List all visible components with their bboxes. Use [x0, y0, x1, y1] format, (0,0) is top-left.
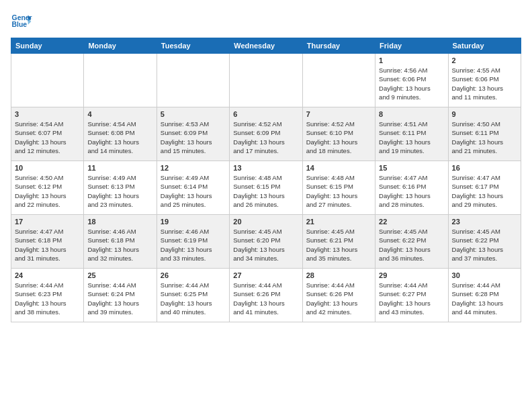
day-number: 24 — [15, 271, 80, 279]
calendar-week-row: 3Sunrise: 4:54 AMSunset: 6:07 PMDaylight… — [11, 107, 521, 161]
day-info: Sunrise: 4:50 AMSunset: 6:11 PMDaylight:… — [452, 120, 517, 155]
calendar-cell: 14Sunrise: 4:48 AMSunset: 6:15 PMDayligh… — [302, 161, 375, 215]
calendar-cell: 18Sunrise: 4:46 AMSunset: 6:18 PMDayligh… — [84, 215, 157, 269]
calendar-cell: 17Sunrise: 4:47 AMSunset: 6:18 PMDayligh… — [11, 215, 84, 269]
day-number: 16 — [452, 164, 517, 172]
day-number: 2 — [452, 56, 517, 64]
calendar-week-row: 17Sunrise: 4:47 AMSunset: 6:18 PMDayligh… — [11, 215, 521, 269]
day-header-friday: Friday — [375, 38, 448, 54]
calendar-cell: 22Sunrise: 4:45 AMSunset: 6:22 PMDayligh… — [375, 215, 448, 269]
day-info: Sunrise: 4:44 AMSunset: 6:28 PMDaylight:… — [452, 281, 517, 316]
calendar-cell: 21Sunrise: 4:45 AMSunset: 6:21 PMDayligh… — [302, 215, 375, 269]
day-info: Sunrise: 4:44 AMSunset: 6:25 PMDaylight:… — [161, 281, 226, 316]
svg-text:Blue: Blue — [12, 21, 28, 28]
calendar-cell: 16Sunrise: 4:47 AMSunset: 6:17 PMDayligh… — [448, 161, 521, 215]
calendar-cell — [302, 54, 375, 107]
day-number: 20 — [233, 218, 298, 226]
calendar-cell: 12Sunrise: 4:49 AMSunset: 6:14 PMDayligh… — [157, 161, 229, 215]
day-number: 22 — [379, 218, 444, 226]
day-number: 15 — [379, 164, 444, 172]
calendar-cell: 5Sunrise: 4:53 AMSunset: 6:09 PMDaylight… — [157, 107, 229, 161]
calendar-cell: 29Sunrise: 4:44 AMSunset: 6:27 PMDayligh… — [375, 269, 448, 322]
calendar-cell: 11Sunrise: 4:49 AMSunset: 6:13 PMDayligh… — [84, 161, 157, 215]
day-header-wednesday: Wednesday — [230, 38, 302, 54]
day-number: 25 — [87, 271, 152, 279]
calendar-cell: 4Sunrise: 4:54 AMSunset: 6:08 PMDaylight… — [84, 107, 157, 161]
day-info: Sunrise: 4:44 AMSunset: 6:26 PMDaylight:… — [233, 281, 298, 316]
day-info: Sunrise: 4:44 AMSunset: 6:27 PMDaylight:… — [379, 281, 444, 316]
calendar-cell: 15Sunrise: 4:47 AMSunset: 6:16 PMDayligh… — [375, 161, 448, 215]
calendar-week-row: 1Sunrise: 4:56 AMSunset: 6:06 PMDaylight… — [11, 54, 521, 107]
day-info: Sunrise: 4:54 AMSunset: 6:08 PMDaylight:… — [87, 120, 152, 155]
calendar-cell: 23Sunrise: 4:45 AMSunset: 6:22 PMDayligh… — [448, 215, 521, 269]
day-number: 26 — [161, 271, 226, 279]
day-info: Sunrise: 4:48 AMSunset: 6:15 PMDaylight:… — [306, 173, 371, 209]
calendar-cell — [157, 54, 229, 107]
calendar-cell: 13Sunrise: 4:48 AMSunset: 6:15 PMDayligh… — [230, 161, 302, 215]
day-info: Sunrise: 4:45 AMSunset: 6:20 PMDaylight:… — [233, 227, 298, 263]
day-number: 30 — [452, 271, 517, 279]
day-number: 12 — [161, 164, 226, 172]
logo: General Blue — [11, 11, 32, 32]
day-info: Sunrise: 4:47 AMSunset: 6:16 PMDaylight:… — [379, 173, 444, 209]
day-number: 13 — [233, 164, 298, 172]
calendar-header-row: SundayMondayTuesdayWednesdayThursdayFrid… — [11, 38, 521, 54]
calendar-cell: 24Sunrise: 4:44 AMSunset: 6:23 PMDayligh… — [11, 269, 84, 322]
day-number: 28 — [306, 271, 371, 279]
day-number: 7 — [306, 110, 371, 118]
calendar-cell: 6Sunrise: 4:52 AMSunset: 6:09 PMDaylight… — [230, 107, 302, 161]
day-info: Sunrise: 4:54 AMSunset: 6:07 PMDaylight:… — [15, 120, 80, 155]
day-number: 18 — [87, 218, 152, 226]
calendar-cell: 2Sunrise: 4:55 AMSunset: 6:06 PMDaylight… — [448, 54, 521, 107]
calendar-cell: 9Sunrise: 4:50 AMSunset: 6:11 PMDaylight… — [448, 107, 521, 161]
day-info: Sunrise: 4:50 AMSunset: 6:12 PMDaylight:… — [15, 173, 80, 209]
calendar-week-row: 10Sunrise: 4:50 AMSunset: 6:12 PMDayligh… — [11, 161, 521, 215]
day-number: 10 — [15, 164, 80, 172]
day-info: Sunrise: 4:52 AMSunset: 6:10 PMDaylight:… — [306, 120, 371, 155]
calendar-cell: 27Sunrise: 4:44 AMSunset: 6:26 PMDayligh… — [230, 269, 302, 322]
day-number: 6 — [233, 110, 298, 118]
calendar-cell — [84, 54, 157, 107]
calendar-cell: 20Sunrise: 4:45 AMSunset: 6:20 PMDayligh… — [230, 215, 302, 269]
calendar-cell: 8Sunrise: 4:51 AMSunset: 6:11 PMDaylight… — [375, 107, 448, 161]
day-number: 23 — [452, 218, 517, 226]
day-header-monday: Monday — [84, 38, 157, 54]
calendar-cell: 1Sunrise: 4:56 AMSunset: 6:06 PMDaylight… — [375, 54, 448, 107]
calendar-cell: 19Sunrise: 4:46 AMSunset: 6:19 PMDayligh… — [157, 215, 229, 269]
day-number: 29 — [379, 271, 444, 279]
calendar-cell — [11, 54, 84, 107]
day-number: 5 — [161, 110, 226, 118]
day-info: Sunrise: 4:44 AMSunset: 6:24 PMDaylight:… — [87, 281, 152, 316]
day-info: Sunrise: 4:45 AMSunset: 6:22 PMDaylight:… — [379, 227, 444, 263]
page-header: General Blue — [11, 11, 521, 32]
day-info: Sunrise: 4:49 AMSunset: 6:13 PMDaylight:… — [87, 173, 152, 209]
day-header-tuesday: Tuesday — [157, 38, 229, 54]
day-info: Sunrise: 4:53 AMSunset: 6:09 PMDaylight:… — [161, 120, 226, 155]
day-info: Sunrise: 4:56 AMSunset: 6:06 PMDaylight:… — [379, 66, 444, 101]
day-header-thursday: Thursday — [302, 38, 375, 54]
day-header-saturday: Saturday — [448, 38, 521, 54]
calendar-cell — [230, 54, 302, 107]
day-number: 19 — [161, 218, 226, 226]
day-number: 21 — [306, 218, 371, 226]
day-info: Sunrise: 4:47 AMSunset: 6:17 PMDaylight:… — [452, 173, 517, 209]
day-info: Sunrise: 4:49 AMSunset: 6:14 PMDaylight:… — [161, 173, 226, 209]
day-info: Sunrise: 4:52 AMSunset: 6:09 PMDaylight:… — [233, 120, 298, 155]
day-number: 1 — [379, 56, 444, 64]
calendar-cell: 25Sunrise: 4:44 AMSunset: 6:24 PMDayligh… — [84, 269, 157, 322]
calendar-week-row: 24Sunrise: 4:44 AMSunset: 6:23 PMDayligh… — [11, 269, 521, 322]
calendar-cell: 26Sunrise: 4:44 AMSunset: 6:25 PMDayligh… — [157, 269, 229, 322]
day-number: 9 — [452, 110, 517, 118]
calendar-cell: 10Sunrise: 4:50 AMSunset: 6:12 PMDayligh… — [11, 161, 84, 215]
calendar-cell: 3Sunrise: 4:54 AMSunset: 6:07 PMDaylight… — [11, 107, 84, 161]
day-info: Sunrise: 4:47 AMSunset: 6:18 PMDaylight:… — [15, 227, 80, 263]
calendar-cell: 7Sunrise: 4:52 AMSunset: 6:10 PMDaylight… — [302, 107, 375, 161]
calendar-table: SundayMondayTuesdayWednesdayThursdayFrid… — [11, 38, 521, 322]
day-info: Sunrise: 4:44 AMSunset: 6:23 PMDaylight:… — [15, 281, 80, 316]
day-header-sunday: Sunday — [11, 38, 84, 54]
day-info: Sunrise: 4:45 AMSunset: 6:22 PMDaylight:… — [452, 227, 517, 263]
day-number: 17 — [15, 218, 80, 226]
day-number: 8 — [379, 110, 444, 118]
day-number: 4 — [87, 110, 152, 118]
calendar-cell: 28Sunrise: 4:44 AMSunset: 6:26 PMDayligh… — [302, 269, 375, 322]
